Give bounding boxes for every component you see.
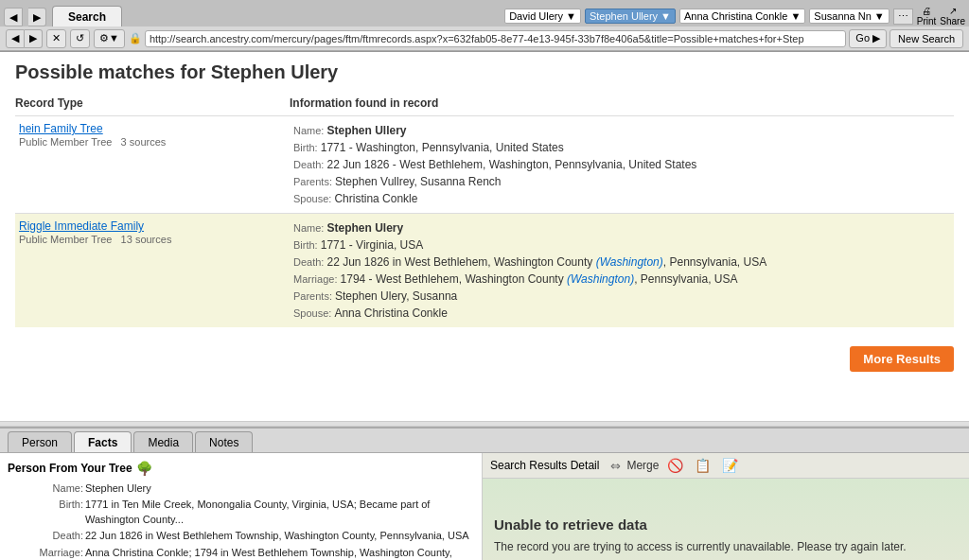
tab-bar: ◀ ▶ Search David Ulery▼ Stephen Ullery▼ … [0,0,969,26]
tab-person[interactable]: Person [8,431,72,452]
search-results-detail-label: Search Results Detail [490,459,599,472]
address-input[interactable] [145,30,846,47]
col-record-type: Record Type [15,95,290,116]
action-icon-1[interactable]: 🚫 [664,457,686,474]
new-search-btn[interactable]: New Search [890,29,963,48]
bottom-tab-bar: Person Facts Media Notes [0,429,969,453]
person-dropdown-3[interactable]: Anna Christina Conkle▼ [679,9,805,24]
back-arrow[interactable]: ◀ [4,8,23,26]
toolbar: ◀ ▶ ✕ ↺ ⚙▼ 🔒 Go ▶ New Search [0,26,969,51]
nav-arrows: ◀ ▶ [6,29,43,48]
person-dropdown-1[interactable]: David Ulery▼ [504,9,581,24]
person-dropdown-4[interactable]: Susanna Nn▼ [809,9,889,24]
person-data-marriage: Marriage: Anna Christina Conkle; 1794 in… [8,546,474,560]
right-panel-header: Search Results Detail ⇔ Merge 🚫 📋 📝 [483,453,969,479]
close-btn[interactable]: ✕ [46,29,66,48]
record-link-2[interactable]: Riggle Immediate Family [19,219,286,233]
right-panel-content: Unable to retrieve data The record you a… [483,479,969,560]
person-data-name: Name: Stephen Ulery [8,481,474,496]
forward-btn[interactable]: ▶ [25,29,43,48]
record-link-1[interactable]: hein Family Tree [19,122,286,135]
bottom-content: Person From Your Tree 🌳 Name: Stephen Ul… [0,453,969,560]
address-bar: 🔒 Go ▶ New Search [129,29,963,48]
bottom-panel: Person Facts Media Notes Person From You… [0,427,969,560]
tab-label: Search [68,10,106,24]
table-row: Riggle Immediate Family Public Member Tr… [15,214,954,328]
merge-icon: ⇔ [610,459,621,473]
merge-label: Merge [626,459,659,472]
browser-chrome: ◀ ▶ Search David Ulery▼ Stephen Ullery▼ … [0,0,969,52]
go-btn[interactable]: Go ▶ [849,29,887,48]
settings-btn[interactable]: ⚙▼ [94,29,125,48]
action-icon-2[interactable]: 📋 [692,457,714,474]
tab-notes[interactable]: Notes [195,431,253,452]
lock-icon: 🔒 [129,32,142,44]
tab-media[interactable]: Media [133,431,193,452]
reload-btn[interactable]: ↺ [70,29,90,48]
print-btn[interactable]: 🖨 Print [917,6,937,26]
results-table: Record Type Information found in record … [15,95,954,327]
record-meta-2: Public Member Tree 13 sources [19,234,171,245]
info-cell-1: Name: Stephen Ullery Birth: 1771 - Washi… [290,116,954,214]
record-type-cell: hein Family Tree Public Member Tree 3 so… [15,116,290,214]
right-panel: Search Results Detail ⇔ Merge 🚫 📋 📝 Unab… [483,453,969,560]
main-content: Possible matches for Stephen Ulery Recor… [0,52,969,421]
left-panel: Person From Your Tree 🌳 Name: Stephen Ul… [0,453,483,560]
person-from-your-tree-title: Person From Your Tree 🌳 [8,461,474,476]
back-btn[interactable]: ◀ [6,29,25,48]
page-title: Possible matches for Stephen Ulery [15,61,954,83]
search-tab[interactable]: Search [52,6,122,26]
person-data-birth: Birth: 1771 in Ten Mile Creek, Monongali… [8,498,474,527]
record-type-cell-2: Riggle Immediate Family Public Member Tr… [15,214,290,328]
col-info: Information found in record [290,95,954,116]
tree-icon: 🌳 [136,461,152,476]
action-icon-3[interactable]: 📝 [719,457,741,474]
record-meta-1: Public Member Tree 3 sources [19,136,166,148]
more-results-btn[interactable]: More Results [850,346,954,372]
person-dropdown-2[interactable]: Stephen Ullery▼ [585,9,676,24]
top-right-btn[interactable]: ⋯ [893,9,913,25]
person-data-death: Death: 22 Jun 1826 in West Bethlehem Tow… [8,529,474,543]
share-btn[interactable]: ↗ Share [940,6,965,26]
error-title: Unable to retrieve data [494,516,647,533]
info-cell-2: Name: Stephen Ulery Birth: 1771 - Virgin… [290,214,954,328]
table-row: hein Family Tree Public Member Tree 3 so… [15,116,954,214]
error-body: The record you are trying to access is c… [494,540,907,553]
forward-arrow[interactable]: ▶ [28,8,46,26]
tab-facts[interactable]: Facts [74,431,132,452]
